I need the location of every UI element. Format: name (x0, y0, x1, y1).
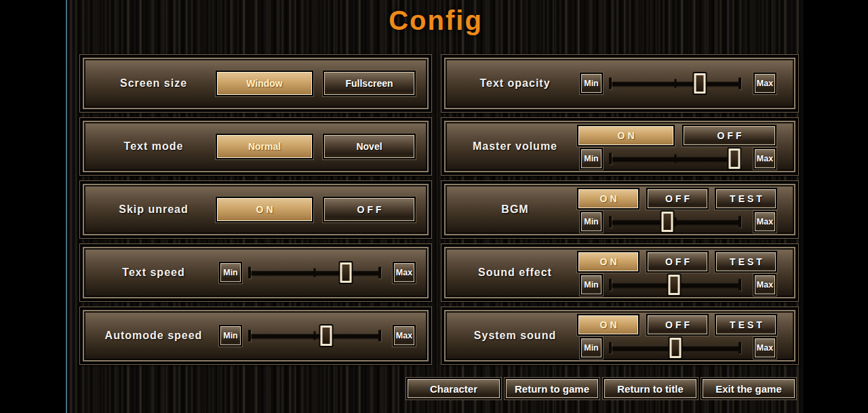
system-sound-slider[interactable] (610, 338, 740, 358)
sound-effect-slider[interactable] (610, 275, 740, 295)
exit-the-game-button[interactable]: Exit the game (703, 379, 795, 398)
bgm-max-button[interactable]: Max (755, 212, 775, 231)
text-opacity-max-button[interactable]: Max (755, 74, 775, 93)
slider-right-cap (378, 267, 381, 279)
panel-inner: Master volume ON OFF Min Max (444, 121, 795, 172)
slider-center-tick (674, 79, 676, 88)
system-sound-test-button[interactable]: TEST (716, 315, 776, 334)
sound-effect-label: Sound effect (449, 248, 581, 297)
text-opacity-min-button[interactable]: Min (581, 74, 601, 93)
panel-sound-effect: Sound effect ON OFF TEST Min Max (441, 243, 799, 302)
panel-automode-speed: Automode speed Min Max (79, 307, 432, 365)
panel-inner: Automode speed Min Max (83, 310, 429, 361)
slider-left-cap (609, 78, 612, 90)
automode-speed-slider[interactable] (250, 326, 380, 346)
novel-button[interactable]: Novel (324, 135, 414, 158)
bgm-off-button[interactable]: OFF (648, 189, 707, 208)
master-volume-on-button[interactable]: ON (578, 126, 673, 145)
master-volume-off-button[interactable]: OFF (684, 126, 775, 145)
slider-center-tick (674, 218, 676, 227)
panel-inner: BGM ON OFF TEST Min Max (444, 184, 795, 235)
panel-text-speed: Text speed Min Max (79, 243, 432, 302)
slider-left-cap (609, 153, 612, 165)
panel-master-volume: Master volume ON OFF Min Max (441, 117, 799, 176)
slider-left-cap (248, 267, 251, 279)
panel-text-opacity: Text opacity Min Max (441, 54, 799, 113)
panel-screen-size: Screen size Window Fullscreen (79, 54, 432, 113)
panel-inner: Text mode Normal Novel (83, 121, 429, 172)
system-sound-slider-handle[interactable] (669, 338, 681, 358)
slider-center-tick (314, 332, 316, 340)
text-speed-label: Text speed (87, 248, 220, 297)
panel-inner: Screen size Window Fullscreen (83, 58, 429, 109)
return-to-title-button[interactable]: Return to title (604, 379, 696, 398)
automode-speed-label: Automode speed (87, 311, 220, 360)
return-to-game-button[interactable]: Return to game (506, 379, 598, 398)
panel-skip-unread: Skip unread ON OFF (79, 180, 432, 239)
bgm-slider-handle[interactable] (662, 212, 673, 232)
window-button[interactable]: Window (217, 72, 312, 95)
slider-center-tick (674, 155, 676, 163)
sound-effect-on-button[interactable]: ON (578, 252, 638, 271)
master-volume-slider-handle[interactable] (729, 149, 741, 169)
panel-inner: System sound ON OFF TEST Min Max (444, 310, 795, 361)
sound-effect-off-button[interactable]: OFF (648, 252, 707, 271)
slider-right-cap (738, 279, 741, 291)
system-sound-off-button[interactable]: OFF (648, 315, 707, 334)
character-button[interactable]: Character (408, 379, 500, 398)
master-volume-min-button[interactable]: Min (581, 149, 601, 168)
panel-text-mode: Text mode Normal Novel (79, 117, 432, 176)
window-edge-line (66, 0, 67, 413)
panel-inner: Text speed Min Max (83, 247, 429, 298)
skip-unread-on-button[interactable]: ON (217, 198, 312, 221)
screen-size-label: Screen size (87, 59, 220, 108)
text-speed-min-button[interactable]: Min (220, 263, 241, 282)
sound-effect-test-button[interactable]: TEST (716, 252, 776, 271)
config-screen: Config Screen size Window Fullscreen Tex… (68, 0, 804, 413)
slider-center-tick (314, 269, 316, 277)
slider-right-cap (378, 330, 381, 342)
panel-inner: Text opacity Min Max (444, 58, 795, 109)
slider-left-cap (609, 342, 612, 354)
bgm-on-button[interactable]: ON (578, 189, 638, 208)
slider-left-cap (248, 330, 251, 342)
skip-unread-off-button[interactable]: OFF (324, 198, 414, 221)
panel-inner: Skip unread ON OFF (83, 184, 429, 235)
text-opacity-slider-handle[interactable] (694, 73, 705, 94)
slider-right-cap (738, 216, 741, 228)
slider-right-cap (738, 342, 741, 354)
text-speed-max-button[interactable]: Max (394, 263, 414, 282)
master-volume-max-button[interactable]: Max (755, 149, 775, 168)
bgm-slider[interactable] (610, 212, 740, 232)
sound-effect-min-button[interactable]: Min (581, 275, 601, 294)
text-mode-label: Text mode (87, 122, 220, 171)
text-opacity-label: Text opacity (449, 59, 581, 108)
normal-button[interactable]: Normal (217, 135, 312, 158)
panel-bgm: BGM ON OFF TEST Min Max (441, 180, 799, 239)
bgm-min-button[interactable]: Min (581, 212, 601, 231)
text-speed-slider-handle[interactable] (340, 262, 352, 283)
system-sound-min-button[interactable]: Min (581, 338, 601, 357)
master-volume-label: Master volume (449, 122, 581, 171)
text-speed-slider[interactable] (250, 262, 380, 283)
page-title: Config (68, 5, 804, 36)
automode-speed-max-button[interactable]: Max (394, 326, 414, 345)
fullscreen-button[interactable]: Fullscreen (324, 72, 414, 95)
skip-unread-label: Skip unread (87, 185, 220, 234)
text-opacity-slider[interactable] (610, 73, 740, 94)
bgm-test-button[interactable]: TEST (716, 189, 776, 208)
slider-left-cap (609, 279, 612, 291)
panel-inner: Sound effect ON OFF TEST Min Max (444, 247, 795, 298)
master-volume-slider[interactable] (610, 149, 740, 169)
system-sound-on-button[interactable]: ON (578, 315, 638, 334)
automode-speed-slider-handle[interactable] (321, 326, 332, 346)
system-sound-label: System sound (449, 311, 581, 360)
slider-right-cap (738, 78, 741, 90)
sound-effect-slider-handle[interactable] (668, 275, 679, 295)
bgm-label: BGM (449, 185, 581, 234)
panel-system-sound: System sound ON OFF TEST Min Max (441, 307, 799, 365)
automode-speed-min-button[interactable]: Min (220, 326, 241, 345)
system-sound-max-button[interactable]: Max (755, 338, 775, 357)
sound-effect-max-button[interactable]: Max (755, 275, 775, 294)
slider-left-cap (609, 216, 612, 228)
